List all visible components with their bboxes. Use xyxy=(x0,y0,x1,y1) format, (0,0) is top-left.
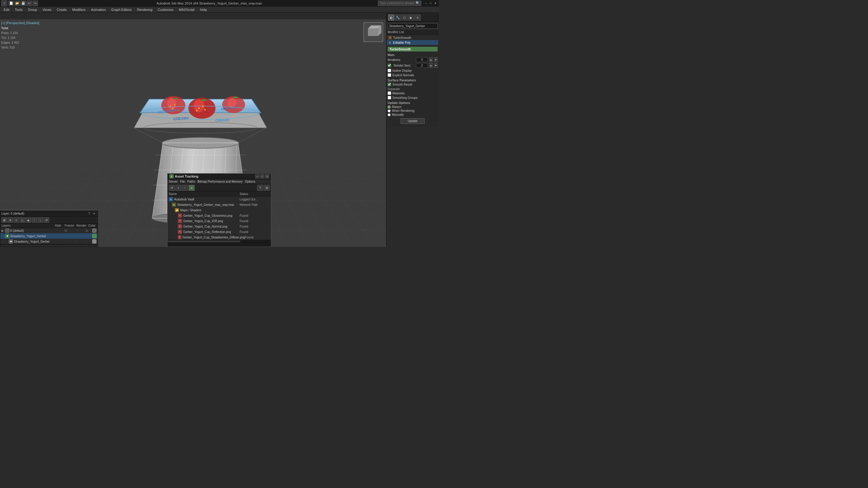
asset-list-btn[interactable]: ≡ xyxy=(189,185,195,191)
menu-views[interactable]: Views xyxy=(40,7,54,12)
undo-btn[interactable]: ↩ xyxy=(27,1,32,6)
iterations-up[interactable]: ▲ xyxy=(429,57,433,62)
smooth-result-checkbox[interactable] xyxy=(388,83,391,86)
render-iters-down[interactable]: ▼ xyxy=(434,63,438,68)
asset-minimize-btn[interactable]: ─ xyxy=(255,174,259,178)
panel-icons: ◐ 🔧 ⬡ ▶ ≡ xyxy=(388,14,438,21)
layer-freeze-strawberry: · xyxy=(71,235,82,238)
layer-move-btn[interactable]: ↑ xyxy=(32,217,37,223)
asset-help-btn[interactable]: ? xyxy=(257,185,263,191)
asset-row-normal[interactable]: T Gerber_Yogurt_Cup_Normal.png Found xyxy=(167,224,271,229)
menu-modifiers[interactable]: Modifiers xyxy=(70,7,88,12)
utilities-panel-icon[interactable]: ≡ xyxy=(415,14,421,21)
materials-checkbox[interactable] xyxy=(388,91,391,95)
always-radio[interactable] xyxy=(388,105,391,109)
maps-folder-icon: 📁 xyxy=(175,208,179,212)
menu-edit[interactable]: Edit xyxy=(1,7,12,12)
layer-move-down-btn[interactable]: ↓ xyxy=(38,217,43,223)
asset-row-vault[interactable]: A Autodesk Vault Logged Out ... xyxy=(167,196,271,202)
menu-maxscript[interactable]: MAXScript xyxy=(177,7,197,12)
asset-menu-server[interactable]: Server xyxy=(169,180,178,183)
asset-row-max-file[interactable]: M Strawberry_Yogurt_Gerber_max_vray.max … xyxy=(167,202,271,207)
display-panel-icon[interactable]: ◐ xyxy=(388,14,394,21)
asset-menu-options[interactable]: Options xyxy=(245,180,255,183)
iterations-down[interactable]: ▼ xyxy=(434,57,438,62)
layer-row-sub[interactable]: ▣ Strawberry_Yogurt_Gerber · · · xyxy=(0,239,98,244)
menu-tools[interactable]: Tools xyxy=(12,7,25,12)
explicit-normals-checkbox[interactable] xyxy=(388,73,391,77)
isoline-display-checkbox[interactable] xyxy=(388,69,391,72)
asset-row-diffuse[interactable]: T Gerber_Yogurt_Cup_Strawberries_Diffuse… xyxy=(167,235,271,240)
asset-close-btn[interactable]: ✕ xyxy=(265,174,269,178)
asset-row-maps-folder[interactable]: 📁 Maps / Shaders xyxy=(167,207,271,213)
svg-point-26 xyxy=(198,107,199,109)
asset-remove-btn[interactable]: − xyxy=(182,185,188,191)
search-bar[interactable]: 🔍 xyxy=(378,1,421,6)
layer-name-sub: Strawberry_Yogurt_Gerber xyxy=(14,240,61,243)
asset-scrollbar[interactable] xyxy=(167,240,271,242)
hierarchy-panel-icon[interactable]: ⬡ xyxy=(401,14,407,21)
new-btn[interactable]: 📄 xyxy=(8,1,14,6)
layer-refresh-btn[interactable]: ↺ xyxy=(44,217,49,223)
modify-panel-icon[interactable]: 🔧 xyxy=(395,14,401,21)
when-rendering-radio[interactable] xyxy=(388,110,391,113)
asset-row-glossiness[interactable]: T Gerber_Yogurt_Cup_Glossiness.png Found xyxy=(167,213,271,218)
layers-close-btn[interactable]: ✕ xyxy=(92,211,96,216)
asset-add-btn[interactable]: + xyxy=(176,185,181,191)
save-btn[interactable]: 💾 xyxy=(21,1,26,6)
update-button[interactable]: Update xyxy=(401,118,425,124)
search-input[interactable] xyxy=(379,1,415,5)
object-name-input[interactable] xyxy=(388,23,438,29)
asset-row-reflection[interactable]: T Gerber_Yogurt_Cup_Reflection.png Found xyxy=(167,229,271,235)
layer-select-btn[interactable]: □ xyxy=(20,217,25,223)
asset-menu-paths[interactable]: Paths xyxy=(187,180,195,183)
layers-scrollbar[interactable] xyxy=(0,244,98,247)
render-iters-up[interactable]: ▲ xyxy=(429,63,433,68)
manually-label: Manually xyxy=(392,113,404,116)
smoothing-groups-checkbox[interactable] xyxy=(388,96,391,99)
redo-btn[interactable]: ↪ xyxy=(33,1,38,6)
asset-refresh-btn[interactable]: ↺ xyxy=(169,185,175,191)
asset-menu-file[interactable]: File xyxy=(180,180,185,183)
iterations-input[interactable] xyxy=(416,57,428,62)
menu-create[interactable]: Create xyxy=(54,7,69,12)
turbosmooth-modifier[interactable]: T TurboSmooth xyxy=(387,35,438,40)
open-btn[interactable]: 📂 xyxy=(14,1,20,6)
menu-rendering[interactable]: Rendering xyxy=(135,7,155,12)
asset-settings-btn[interactable]: ⚙ xyxy=(264,185,270,191)
render-iters-input[interactable] xyxy=(416,63,428,68)
turbosmooth-label: TurboSmooth xyxy=(393,36,411,39)
asset-maximize-btn[interactable]: □ xyxy=(260,174,264,178)
render-iters-checkbox[interactable] xyxy=(388,64,391,67)
layer-highlight-btn[interactable]: ◈ xyxy=(26,217,31,223)
layer-row-default[interactable]: ▶ 0 (default) ☑ · ☑ xyxy=(0,228,98,233)
layer-add-btn[interactable]: + xyxy=(13,217,19,223)
navigation-cube[interactable] xyxy=(364,22,383,42)
menu-animation[interactable]: Animation xyxy=(89,7,108,12)
asset-menu-bitmap[interactable]: Bitmap Performance and Memory xyxy=(197,180,243,183)
asset-title: Asset Tracking xyxy=(175,175,255,178)
minimize-btn[interactable]: ─ xyxy=(424,1,428,5)
svg-point-22 xyxy=(174,104,176,105)
col-freeze: Freeze xyxy=(63,224,75,227)
menu-help[interactable]: Help xyxy=(198,7,210,12)
menu-graph-editors[interactable]: Graph Editors xyxy=(109,7,134,12)
menu-customize[interactable]: Customize xyxy=(156,7,176,12)
manually-radio[interactable] xyxy=(388,113,391,116)
motion-panel-icon[interactable]: ▶ xyxy=(408,14,414,21)
app-title: Autodesk 3ds Max 2014 x64 Strawberry_Yog… xyxy=(40,1,378,5)
maximize-btn[interactable]: □ xyxy=(429,1,433,5)
layer-new-btn[interactable]: ⊞ xyxy=(1,217,7,223)
layer-delete-btn[interactable]: ✕ xyxy=(7,217,13,223)
glossiness-status: Found xyxy=(240,214,270,217)
render-iters-label: Render Iters: xyxy=(394,64,415,67)
asset-row-ior[interactable]: T Gerber_Yogurt_Cup_IOR.png Found xyxy=(167,218,271,224)
editablepoly-modifier[interactable]: E Editable Poly xyxy=(387,40,438,45)
turbosmooth-header: TurboSmooth xyxy=(388,47,438,52)
menu-group[interactable]: Group xyxy=(26,7,40,12)
layer-row-strawberry[interactable]: ▣ Strawberry_Yogurt_Gerber · · · xyxy=(0,233,98,239)
layers-help-btn[interactable]: ? xyxy=(87,211,92,216)
materials-row: Materials xyxy=(388,91,438,95)
asset-menu-bar: Server File Paths Bitmap Performance and… xyxy=(167,179,271,184)
close-btn[interactable]: ✕ xyxy=(433,1,438,5)
